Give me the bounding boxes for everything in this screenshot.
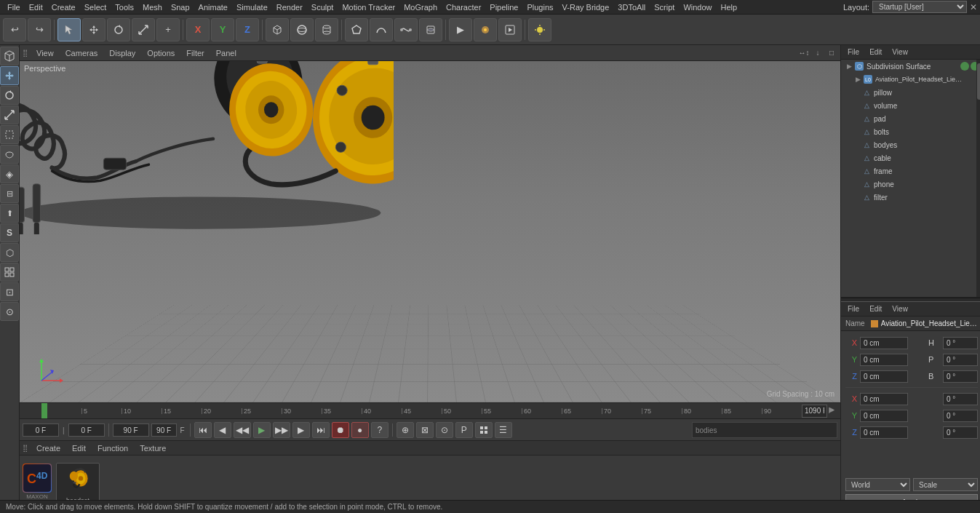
light-icon-button[interactable] (528, 18, 551, 41)
menu-simulate[interactable]: Simulate (232, 3, 272, 12)
move-tool-button[interactable] (82, 18, 105, 41)
mat-tab-texture[interactable]: Texture (135, 442, 170, 454)
step-forward-button[interactable]: ▶ (292, 422, 310, 438)
z-axis-button[interactable]: Z (236, 18, 259, 41)
tab-panel[interactable]: Panel (212, 47, 241, 59)
sidebar-select-button[interactable] (0, 125, 19, 144)
sy-field[interactable] (860, 410, 908, 422)
world-dropdown[interactable]: World (845, 478, 910, 491)
menu-pipeline[interactable]: Pipeline (485, 3, 522, 12)
go-to-end-button[interactable]: ⏭ (312, 422, 330, 438)
obj-item-cable[interactable]: △ cable (841, 151, 980, 164)
menu-mesh[interactable]: Mesh (138, 3, 167, 12)
menu-animate[interactable]: Animate (194, 3, 232, 12)
obj-item-phone[interactable]: △ phone (841, 178, 980, 191)
obj-file-menu[interactable]: File (844, 47, 863, 57)
obj-vis-green[interactable] (960, 62, 969, 71)
sp-field[interactable] (943, 410, 978, 422)
key-rot-button[interactable]: P (455, 422, 473, 438)
current-frame-field[interactable] (23, 423, 59, 437)
record-button[interactable]: ⏺ (332, 422, 349, 438)
sidebar-scale-button[interactable] (0, 106, 19, 124)
sidebar-extrude-button[interactable]: ⬆ (0, 204, 19, 223)
play-forward-button[interactable]: ▶▶ (273, 422, 290, 438)
auto-key-button[interactable]: ● (351, 422, 369, 438)
mat-tab-function[interactable]: Function (93, 442, 132, 454)
menu-select[interactable]: Select (80, 3, 111, 12)
sidebar-sculpt-button[interactable]: ⊙ (0, 302, 19, 321)
obj-item-filter[interactable]: △ filter (841, 191, 980, 204)
menu-vray-bridge[interactable]: V-Ray Bridge (558, 3, 614, 12)
obj-item-aviation[interactable]: ▶ L0 Aviation_Pilot_Headset_Lies_Pose (841, 73, 980, 86)
mat-tab-create[interactable]: Create (32, 442, 65, 454)
rotate-tool-button[interactable] (107, 18, 130, 41)
end-frame-right-field[interactable] (802, 405, 827, 418)
x-axis-button[interactable]: X (186, 18, 210, 41)
menu-help[interactable]: Help (717, 3, 742, 12)
h-rot-field[interactable] (943, 337, 978, 349)
menu-mograph[interactable]: MoGraph (399, 3, 442, 12)
tab-display[interactable]: Display (105, 47, 140, 59)
menu-sculpt[interactable]: Sculpt (307, 3, 338, 12)
deformer-tool-button[interactable] (419, 18, 442, 41)
attr-view-menu[interactable]: View (888, 304, 912, 314)
obj-item-frame[interactable]: △ frame (841, 164, 980, 178)
menu-character[interactable]: Character (442, 3, 485, 12)
interactive-render-button[interactable] (498, 18, 522, 41)
layout-dropdown[interactable]: Startup [User] (872, 1, 967, 13)
obj-item-bolts[interactable]: △ bolts (841, 125, 980, 138)
render-settings-button[interactable] (474, 18, 497, 41)
scale-dropdown[interactable]: Scale (913, 478, 978, 491)
sidebar-paint-button[interactable]: ⬡ (0, 243, 19, 262)
viewport-layout-icon[interactable]: □ (826, 47, 837, 59)
menu-3dtoall[interactable]: 3DToAll (613, 3, 650, 12)
menu-script[interactable]: Script (650, 3, 679, 12)
current-frame-marker[interactable] (41, 403, 47, 419)
menu-tools[interactable]: Tools (111, 3, 138, 12)
sx-field[interactable] (860, 393, 908, 405)
sidebar-cube-button[interactable] (0, 47, 19, 65)
menu-window[interactable]: Window (679, 3, 716, 12)
key-sel-button[interactable]: ⊠ (416, 422, 434, 438)
viewport-maximize-icon[interactable]: ↓ (812, 47, 824, 59)
obj-edit-menu[interactable]: Edit (866, 47, 885, 57)
y-pos-field[interactable] (860, 354, 908, 366)
tab-filter[interactable]: Filter (182, 47, 208, 59)
obj-item-subdivision[interactable]: ▶ ⬡ Subdivision Surface (841, 60, 980, 73)
timeline-right-icon[interactable]: ⯈ (829, 407, 836, 415)
obj-item-volume[interactable]: △ volume (841, 99, 980, 112)
sh-field[interactable] (943, 393, 978, 405)
polygon-tool-button[interactable] (345, 18, 368, 41)
tab-cameras[interactable]: Cameras (61, 47, 103, 59)
menu-render[interactable]: Render (272, 3, 307, 12)
end-frame-field[interactable] (113, 423, 149, 437)
obj-item-pad[interactable]: △ pad (841, 112, 980, 125)
attr-edit-menu[interactable]: Edit (866, 304, 885, 314)
b-rot-field[interactable] (943, 370, 978, 383)
obj-scroll-thumb[interactable] (977, 63, 980, 100)
attr-file-menu[interactable]: File (844, 304, 863, 314)
key-all-button[interactable]: ⊕ (397, 422, 414, 438)
key-scale-button[interactable] (475, 422, 493, 438)
tab-options[interactable]: Options (143, 47, 179, 59)
menu-motion-tracker[interactable]: Motion Tracker (338, 3, 399, 12)
viewport-sync-icon[interactable]: ↔↕ (798, 47, 810, 59)
mat-tab-edit[interactable]: Edit (68, 442, 90, 454)
sidebar-bridge-button[interactable]: ⊟ (0, 184, 19, 203)
menu-plugins[interactable]: Plugins (522, 3, 557, 12)
sphere-tool-button[interactable] (290, 18, 314, 41)
timeline-options-button[interactable]: ☰ (495, 422, 512, 438)
sidebar-s-button[interactable]: S (0, 223, 19, 242)
sidebar-symmetry-button[interactable]: ⊡ (0, 282, 19, 301)
play-reverse-button[interactable]: ◀◀ (234, 422, 251, 438)
sidebar-move-button[interactable] (0, 66, 19, 85)
close-icon[interactable]: ✕ (970, 2, 977, 12)
selection-tool-button[interactable] (57, 18, 81, 41)
sb-field[interactable] (943, 426, 978, 439)
sidebar-grid-button[interactable] (0, 263, 19, 282)
scale-tool-button[interactable] (132, 18, 155, 41)
y-axis-button[interactable]: Y (211, 18, 234, 41)
nurbs-tool-button[interactable] (394, 18, 418, 41)
play-button[interactable]: ▶ (253, 422, 271, 438)
key-pos-button[interactable]: ⊙ (436, 422, 453, 438)
